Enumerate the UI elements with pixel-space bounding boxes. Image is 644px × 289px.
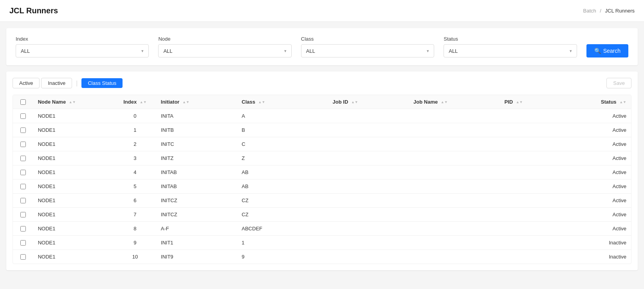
filter-group-status: Status ALL ▾	[444, 36, 577, 57]
sort-icon[interactable]: ▲▼	[619, 101, 626, 104]
cell-status: Active	[570, 180, 631, 194]
row-checkbox[interactable]	[20, 170, 26, 175]
sort-icon[interactable]: ▲▼	[140, 101, 147, 104]
cell-status: Active	[570, 123, 631, 137]
cell-pid	[500, 236, 570, 250]
table-row: NODE1 7 INITCZ CZ Active	[13, 208, 631, 222]
cell-index: 9	[114, 236, 156, 250]
data-table-container: Node Name ▲▼ Index ▲▼ Initiator ▲▼ Class…	[13, 95, 631, 264]
cell-job-name	[409, 194, 500, 208]
row-checkbox[interactable]	[20, 127, 26, 133]
cell-node-name: NODE1	[33, 109, 114, 123]
cell-job-name	[409, 123, 500, 137]
cell-initiator: INITAB	[156, 180, 237, 194]
sort-icon[interactable]: ▲▼	[516, 101, 523, 104]
filter-label-index: Index	[16, 36, 149, 42]
row-checkbox[interactable]	[20, 212, 26, 217]
table-row: NODE1 3 INITZ Z Active	[13, 151, 631, 165]
cell-status: Active	[570, 151, 631, 165]
table-row: NODE1 5 INITAB AB Active	[13, 180, 631, 194]
cell-job-id	[328, 137, 409, 151]
cell-status: Active	[570, 165, 631, 180]
row-checkbox-cell	[13, 222, 33, 236]
filter-select-status[interactable]: ALL ▾	[444, 44, 577, 57]
cell-class: B	[237, 123, 328, 137]
table-row: NODE1 0 INITA A Active	[13, 109, 631, 123]
filter-select-index[interactable]: ALL ▾	[16, 44, 149, 57]
sort-icon[interactable]: ▲▼	[441, 101, 448, 104]
table-row: NODE1 6 INITCZ CZ Active	[13, 194, 631, 208]
cell-class: 9	[237, 250, 328, 264]
cell-status: Active	[570, 194, 631, 208]
filter-row: Index ALL ▾ Node ALL ▾ Class ALL ▾ Statu…	[16, 36, 628, 57]
cell-initiator: INITA	[156, 109, 237, 123]
col-header-node-name: Node Name ▲▼	[33, 95, 114, 109]
row-checkbox[interactable]	[20, 240, 26, 246]
sort-icon[interactable]: ▲▼	[351, 101, 358, 104]
cell-node-name: NODE1	[33, 123, 114, 137]
filter-group-class: Class ALL ▾	[301, 36, 434, 57]
sort-icon[interactable]: ▲▼	[69, 101, 76, 104]
breadcrumb-separator: /	[600, 8, 601, 14]
sort-icon[interactable]: ▲▼	[258, 101, 265, 104]
table-body: NODE1 0 INITA A Active NODE1 1 INITB B A…	[13, 109, 631, 264]
cell-job-id	[328, 208, 409, 222]
cell-pid	[500, 109, 570, 123]
cell-class: C	[237, 137, 328, 151]
cell-pid	[500, 208, 570, 222]
class-status-button[interactable]: Class Status	[81, 78, 123, 88]
inactive-button[interactable]: Inactive	[41, 78, 72, 88]
col-header-checkbox	[13, 95, 33, 109]
cell-pid	[500, 123, 570, 137]
cell-initiator: INIT9	[156, 250, 237, 264]
cell-node-name: NODE1	[33, 208, 114, 222]
cell-initiator: INITAB	[156, 165, 237, 180]
cell-class: 1	[237, 236, 328, 250]
cell-job-id	[328, 151, 409, 165]
cell-job-id	[328, 236, 409, 250]
row-checkbox-cell	[13, 165, 33, 180]
cell-index: 1	[114, 123, 156, 137]
cell-index: 7	[114, 208, 156, 222]
cell-initiator: INITCZ	[156, 194, 237, 208]
cell-node-name: NODE1	[33, 180, 114, 194]
row-checkbox[interactable]	[20, 226, 26, 232]
row-checkbox[interactable]	[20, 156, 26, 161]
cell-index: 2	[114, 137, 156, 151]
row-checkbox[interactable]	[20, 113, 26, 119]
search-button-label: Search	[603, 48, 621, 54]
chevron-down-icon: ▾	[570, 48, 572, 54]
toolbar: Active Inactive | Class Status Save	[13, 78, 631, 88]
cell-node-name: NODE1	[33, 250, 114, 264]
col-header-class: Class ▲▼	[237, 95, 328, 109]
cell-class: A	[237, 109, 328, 123]
cell-job-id	[328, 123, 409, 137]
row-checkbox[interactable]	[20, 142, 26, 147]
save-button[interactable]: Save	[606, 78, 631, 88]
search-button[interactable]: 🔍 Search	[586, 44, 628, 57]
row-checkbox-cell	[13, 250, 33, 264]
cell-index: 3	[114, 151, 156, 165]
cell-pid	[500, 137, 570, 151]
table-row: NODE1 1 INITB B Active	[13, 123, 631, 137]
filter-label-node: Node	[158, 36, 291, 42]
cell-pid	[500, 165, 570, 180]
row-checkbox[interactable]	[20, 184, 26, 189]
cell-class: Z	[237, 151, 328, 165]
cell-job-id	[328, 180, 409, 194]
row-checkbox-cell	[13, 180, 33, 194]
filter-select-node[interactable]: ALL ▾	[158, 44, 291, 57]
cell-pid	[500, 194, 570, 208]
sort-icon[interactable]: ▲▼	[182, 101, 189, 104]
filter-value-index: ALL	[21, 48, 30, 54]
filter-select-class[interactable]: ALL ▾	[301, 44, 434, 57]
data-table: Node Name ▲▼ Index ▲▼ Initiator ▲▼ Class…	[13, 95, 631, 264]
row-checkbox[interactable]	[20, 254, 26, 260]
cell-job-name	[409, 151, 500, 165]
row-checkbox-cell	[13, 137, 33, 151]
row-checkbox[interactable]	[20, 198, 26, 203]
active-button[interactable]: Active	[13, 78, 40, 88]
col-header-status: Status ▲▼	[570, 95, 631, 109]
cell-job-name	[409, 137, 500, 151]
select-all-checkbox[interactable]	[20, 99, 26, 105]
